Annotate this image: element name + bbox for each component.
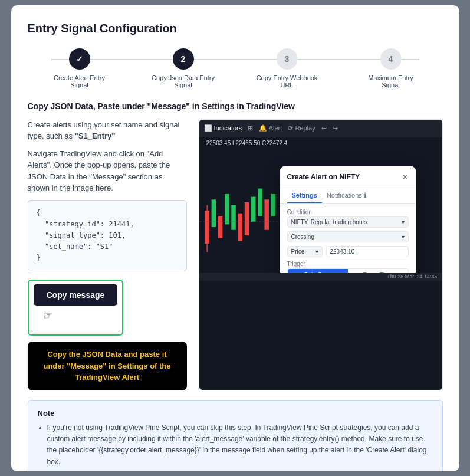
tv-price-label: 22503.45 L22465.50 C22472.4 — [203, 139, 291, 147]
note-text: If you're not using TradingView Pine Scr… — [38, 422, 433, 468]
trigger-group: Trigger Only Once Every Time The alert w… — [287, 261, 409, 273]
price-input[interactable]: 22343.10 — [326, 246, 409, 257]
svg-rect-12 — [271, 193, 275, 215]
trigger-label: Trigger — [287, 261, 409, 267]
svg-rect-0 — [205, 211, 209, 244]
alert-dialog-title: Create Alert on NIFTY — [287, 173, 360, 181]
stepper: ✓ Create Alert Entry Signal 2 Copy Json … — [28, 48, 443, 88]
left-panel: Create alerts using your set name and si… — [28, 119, 187, 390]
cursor-icon: ☞ — [43, 308, 118, 324]
tv-price-row: 22503.45 L22465.50 C22472.4 — [199, 137, 442, 149]
svg-rect-8 — [244, 202, 248, 235]
step-2-label: Copy Json Data Entry Signal — [151, 74, 216, 88]
alert-dialog-header: Create Alert on NIFTY ✕ — [280, 166, 416, 188]
copy-message-button[interactable]: Copy message — [34, 284, 118, 306]
svg-rect-3 — [211, 199, 215, 227]
note-list-item: If you're not using TradingView Pine Scr… — [47, 422, 433, 468]
tv-chart-area: Create Alert on NIFTY ✕ Settings Notific… — [199, 149, 442, 273]
chevron-down-icon: ▾ — [402, 219, 405, 225]
svg-rect-9 — [251, 196, 255, 221]
svg-rect-4 — [218, 216, 222, 238]
condition-label: Condition — [287, 209, 409, 215]
tv-time-row: Thu 28 Mar '24 14:45 — [199, 273, 442, 281]
trigger-every[interactable]: Every Time — [348, 269, 408, 273]
tv-toolbar: ⬜ Indicators ⊞ 🔔 Alert ⟳ Replay ↩ ↪ — [199, 120, 442, 137]
svg-rect-7 — [238, 213, 242, 241]
step-2-circle: 2 — [173, 48, 194, 70]
section-title: Copy JSON Data, Paste under "Message" in… — [28, 101, 443, 111]
crossing-value: Crossing — [291, 234, 314, 240]
content-area: Create alerts using your set name and si… — [28, 119, 443, 390]
step-1: ✓ Create Alert Entry Signal — [28, 48, 132, 88]
price-group: Price ▾ 22343.10 — [287, 246, 409, 257]
step-2: 2 Copy Json Data Entry Signal — [132, 48, 235, 88]
step-3-circle: 3 — [277, 48, 298, 70]
tradingview-panel: ⬜ Indicators ⊞ 🔔 Alert ⟳ Replay ↩ ↪ 2250… — [199, 119, 443, 390]
json-code-box: { "strategy_id": 21441, "signal_type": 1… — [28, 200, 187, 272]
para2: Navigate TradingView and click on "Add A… — [28, 148, 187, 194]
note-section: Note If you're not using TradingView Pin… — [28, 400, 443, 471]
svg-rect-11 — [264, 199, 268, 229]
tv-background: ⬜ Indicators ⊞ 🔔 Alert ⟳ Replay ↩ ↪ 2250… — [199, 120, 442, 390]
tv-replay-btn: ⟳ Replay — [288, 124, 315, 132]
step-3-label: Copy Entry Webhook URL — [255, 74, 320, 88]
step-4-circle: 4 — [380, 48, 402, 70]
step-4-label: Maximum Entry Signal — [359, 74, 423, 88]
tooltip-box: Copy the JSON Data and paste it under "M… — [28, 342, 187, 390]
condition-select[interactable]: NIFTY, Regular trading hours ▾ — [287, 216, 409, 228]
step-3: 3 Copy Entry Webhook URL — [235, 48, 339, 88]
chevron-down-icon2: ▾ — [402, 234, 405, 240]
alert-body: Condition NIFTY, Regular trading hours ▾… — [280, 204, 416, 273]
modal-title: Entry Signal Configuration — [28, 22, 443, 35]
trigger-once[interactable]: Only Once — [288, 269, 348, 273]
svg-rect-10 — [258, 188, 262, 216]
tv-grid-btn: ⊞ — [248, 124, 253, 132]
condition-value: NIFTY, Regular trading hours — [291, 219, 367, 225]
para1: Create alerts using your set name and si… — [28, 119, 187, 142]
tv-indicator-btn: ⬜ Indicators — [204, 124, 242, 132]
tab-notifications[interactable]: Notifications ℹ — [322, 188, 371, 203]
chevron-down-icon3: ▾ — [315, 248, 318, 255]
tv-undo-btn: ↩ — [321, 124, 327, 132]
trigger-row: Only Once Every Time — [287, 268, 409, 273]
crossing-select[interactable]: Crossing ▾ — [287, 231, 409, 242]
svg-rect-6 — [231, 205, 235, 229]
step-1-label: Create Alert Entry Signal — [47, 74, 112, 88]
price-select[interactable]: Price ▾ — [287, 246, 323, 257]
tv-alert-btn: 🔔 Alert — [259, 124, 282, 132]
close-icon[interactable]: ✕ — [402, 172, 409, 182]
crossing-group: Crossing ▾ — [287, 231, 409, 242]
note-title: Note — [38, 409, 433, 418]
tab-settings[interactable]: Settings — [287, 188, 322, 203]
condition-group: Condition NIFTY, Regular trading hours ▾ — [287, 209, 409, 228]
alert-dialog: Create Alert on NIFTY ✕ Settings Notific… — [280, 166, 416, 273]
modal-container: Entry Signal Configuration ✓ Create Aler… — [11, 5, 459, 471]
tv-redo-btn: ↪ — [333, 124, 338, 132]
highlight-signal: "S1_Entry" — [75, 132, 116, 140]
svg-rect-5 — [225, 193, 229, 224]
step-4: 4 Maximum Entry Signal — [339, 48, 443, 88]
step-1-circle: ✓ — [69, 48, 90, 70]
tv-time-label: Thu 28 Mar '24 14:45 — [387, 274, 437, 280]
alert-tabs: Settings Notifications ℹ — [280, 188, 416, 204]
copy-btn-wrapper: Copy message ☞ — [28, 280, 124, 336]
